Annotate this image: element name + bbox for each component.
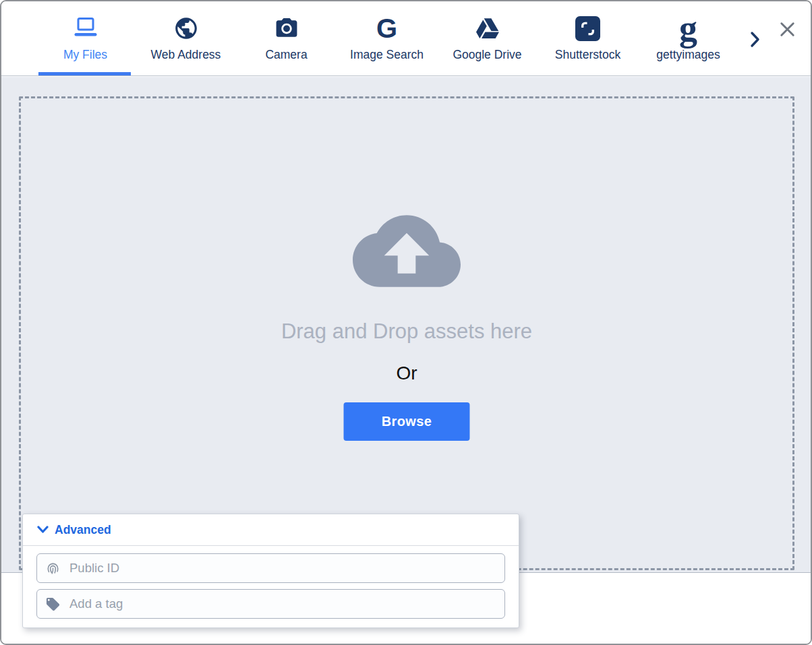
tab-shutterstock[interactable]: Shutterstock [538,1,638,75]
chevron-down-icon [37,526,49,534]
camera-icon [273,14,300,42]
google-drive-icon [475,14,500,42]
tabs-scroll-next-button[interactable] [747,30,762,49]
browse-button[interactable]: Browse [344,402,470,441]
or-text: Or [21,363,792,384]
advanced-body [23,546,519,627]
tab-label: Image Search [350,48,424,62]
drag-drop-zone[interactable]: Drag and Drop assets here Or Browse [19,96,794,570]
letter-G-icon: G [376,14,397,42]
tab-label: Google Drive [453,48,521,62]
fingerprint-icon [45,561,61,576]
tab-image-search[interactable]: G Image Search [337,1,437,75]
tab-label: Shutterstock [555,48,620,62]
upload-widget: My Files Web Address Camera G [0,0,812,645]
close-icon [777,19,798,40]
tab-gettyimages[interactable]: g gettyimages [638,1,738,75]
getty-g-icon: g [679,14,697,42]
advanced-toggle[interactable]: Advanced [23,514,519,546]
close-button[interactable] [776,18,799,40]
tab-label: Camera [265,48,307,62]
public-id-field[interactable] [36,553,505,583]
tab-my-files[interactable]: My Files [35,1,136,75]
chevron-right-icon [749,31,761,48]
tab-google-drive[interactable]: Google Drive [437,1,538,75]
tab-camera[interactable]: Camera [236,1,337,75]
add-tag-input[interactable] [68,596,496,612]
drag-drop-text: Drag and Drop assets here [21,319,792,344]
upload-area: Drag and Drop assets here Or Browse [1,77,811,572]
tab-label: My Files [63,48,107,62]
shutterstock-icon [575,14,600,42]
tab-label: gettyimages [656,48,720,62]
tab-label: Web Address [151,48,221,62]
source-tabbar: My Files Web Address Camera G [1,1,811,76]
globe-icon [173,14,199,42]
public-id-input[interactable] [68,560,496,576]
advanced-title: Advanced [55,523,111,537]
tab-web-address[interactable]: Web Address [136,1,236,75]
advanced-panel: Advanced [22,514,519,628]
cloud-upload-icon [353,215,461,287]
add-tag-field[interactable] [36,589,505,619]
laptop-icon [71,14,100,42]
tag-icon [45,596,61,612]
